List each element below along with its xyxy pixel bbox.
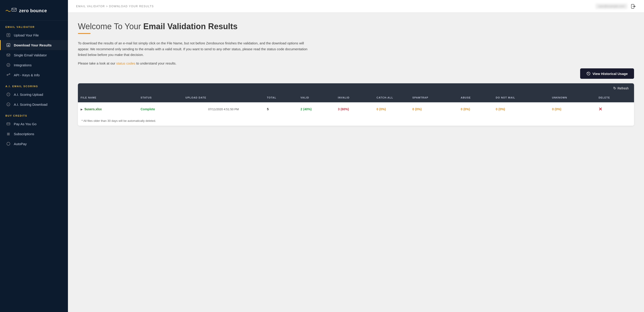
svg-line-7 (8, 74, 9, 75)
valid-value: 2 (40%) (300, 107, 312, 111)
cell-delete[interactable]: ✕ (596, 102, 634, 116)
expand-row-button[interactable]: ▶ (80, 108, 83, 111)
col-filename: FILE NAME (78, 93, 138, 102)
unknown-value: 0 (0%) (552, 107, 561, 111)
col-do-not-mail: DO NOT MAIL (493, 93, 549, 102)
sidebar-item-upload[interactable]: Upload Your File (0, 30, 68, 40)
main-content: EMAIL VALIDATOR > DOWNLOAD YOUR RESULTS … (68, 0, 644, 312)
invalid-value: 3 (60%) (338, 107, 349, 111)
svg-rect-13 (7, 134, 10, 134)
sidebar-item-label-payasyougo: Pay As You Go (14, 122, 36, 126)
page-title: Welcome To Your Email Validation Results (78, 22, 634, 31)
logo-area: zero bounce (0, 0, 68, 20)
payasyougo-icon (6, 122, 11, 126)
section-label-buy-credits: BUY CREDITS (0, 109, 68, 119)
cell-catch-all: 0 (0%) (374, 102, 410, 116)
cell-upload-date: 07/11/2020 4:51:50 PM (183, 102, 264, 116)
sidebar-item-integrations[interactable]: Integrations (0, 60, 68, 70)
cell-filename: ▶ 5users.xlsx (78, 102, 138, 116)
status-codes-link[interactable]: status codes (116, 61, 135, 65)
total-value: 5 (267, 107, 269, 111)
svg-rect-12 (7, 133, 10, 133)
sidebar-item-ai-upload[interactable]: A.I. Scoring Upload (0, 90, 68, 100)
col-invalid: INVALID (335, 93, 374, 102)
sidebar-item-label-single: Single Email Validator (14, 53, 47, 57)
refresh-label: Refresh (618, 86, 628, 90)
sidebar-item-payasyougo[interactable]: Pay As You Go (0, 119, 68, 129)
col-upload-date: UPLOAD DATE (183, 93, 264, 102)
table-row: ▶ 5users.xlsx Complete 07/11/2020 4:51:5… (78, 102, 634, 116)
cell-total: 5 (264, 102, 298, 116)
autopay-icon (6, 142, 11, 146)
history-icon (586, 72, 590, 76)
cell-status: Complete (138, 102, 183, 116)
svg-point-6 (9, 74, 10, 74)
svg-point-8 (7, 93, 10, 96)
col-catch-all: CATCH-ALL (374, 93, 410, 102)
sidebar-item-label-api: API - Keys & Info (14, 73, 40, 77)
section-label-email-validator: EMAIL VALIDATOR (0, 20, 68, 30)
ai-download-icon (6, 102, 11, 107)
svg-rect-0 (12, 8, 16, 11)
logout-button[interactable] (631, 4, 636, 9)
page-title-bold: Email Validation Results (143, 22, 238, 31)
sidebar-item-label-subscriptions: Subscriptions (14, 132, 34, 136)
logo-svg (6, 6, 17, 15)
file-link[interactable]: 5users.xlsx (84, 107, 102, 111)
user-email: user@example.com (596, 4, 627, 9)
delete-button[interactable]: ✕ (598, 107, 602, 112)
page-title-prefix: Welcome To Your (78, 22, 143, 31)
col-unknown: UNKNOWN (549, 93, 596, 102)
table-toolbar: ↻ Refresh (78, 83, 634, 93)
col-total: TOTAL (264, 93, 298, 102)
refresh-icon: ↻ (613, 86, 616, 90)
col-abuse: ABUSE (458, 93, 493, 102)
integrations-icon (6, 63, 11, 67)
spamtrap-value: 0 (0%) (412, 107, 422, 111)
sidebar-item-api[interactable]: API - Keys & Info (0, 70, 68, 80)
svg-rect-14 (7, 135, 10, 135)
sidebar-item-label-upload: Upload Your File (14, 33, 39, 37)
api-icon (6, 73, 11, 77)
action-row: View Historical Usage (78, 68, 634, 79)
cell-invalid: 3 (60%) (335, 102, 374, 116)
catch-all-value: 0 (0%) (376, 107, 386, 111)
description-2-suffix: to understand your results. (136, 61, 176, 65)
table-header: FILE NAME STATUS UPLOAD DATE TOTAL VALID… (78, 93, 634, 102)
cell-valid: 2 (40%) (298, 102, 335, 116)
historical-button-label: View Historical Usage (592, 72, 628, 76)
page-content: Welcome To Your Email Validation Results… (68, 13, 644, 312)
col-status: STATUS (138, 93, 183, 102)
table-body: ▶ 5users.xlsx Complete 07/11/2020 4:51:5… (78, 102, 634, 116)
sidebar-item-download[interactable]: Download Your Results (0, 40, 68, 50)
sidebar-item-autopay[interactable]: AutoPay (0, 139, 68, 149)
topbar: EMAIL VALIDATOR > DOWNLOAD YOUR RESULTS … (68, 0, 644, 13)
results-table: FILE NAME STATUS UPLOAD DATE TOTAL VALID… (78, 93, 634, 116)
sidebar-item-subscriptions[interactable]: Subscriptions (0, 129, 68, 139)
refresh-button[interactable]: ↻ Refresh (613, 86, 628, 90)
sidebar-item-label-integrations: Integrations (14, 63, 32, 67)
sidebar: zero bounce EMAIL VALIDATOR Upload Your … (0, 0, 68, 312)
nav-buy-credits-section: BUY CREDITS Pay As You Go Subscriptions … (0, 109, 68, 149)
description-2-prefix: Please take a look at our (78, 61, 116, 65)
col-delete: DELETE (596, 93, 634, 102)
subscriptions-icon (6, 132, 11, 136)
status-badge: Complete (140, 107, 155, 111)
nav-ai-section: A.I. EMAIL SCORING A.I. Scoring Upload A… (0, 80, 68, 109)
do-not-mail-value: 0 (0%) (496, 107, 505, 111)
nav-email-validator-section: EMAIL VALIDATOR Upload Your File Downloa… (0, 20, 68, 80)
cell-unknown: 0 (0%) (549, 102, 596, 116)
view-historical-usage-button[interactable]: View Historical Usage (580, 68, 634, 79)
sidebar-item-label-ai-download: A.I. Scoring Download (14, 102, 47, 106)
description-2: Please take a look at our status codes t… (78, 60, 316, 66)
sidebar-item-ai-download[interactable]: A.I. Scoring Download (0, 100, 68, 109)
sidebar-item-single-email[interactable]: Single Email Validator (0, 50, 68, 60)
section-label-ai: A.I. EMAIL SCORING (0, 80, 68, 90)
upload-date-value: 07/11/2020 4:51:50 PM (186, 108, 262, 111)
download-icon (6, 43, 11, 47)
topbar-right: user@example.com (596, 4, 636, 9)
svg-point-5 (7, 74, 8, 76)
title-underline (78, 33, 90, 34)
col-valid: VALID (298, 93, 335, 102)
results-table-card: ↻ Refresh FILE NAME STATUS UPLOAD DATE T… (78, 83, 634, 126)
